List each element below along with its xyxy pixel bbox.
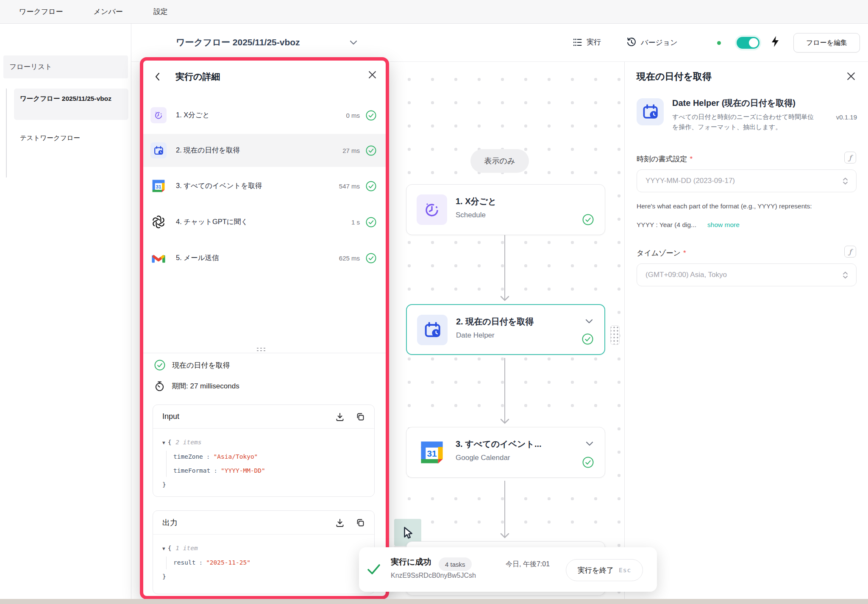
nav-workflows[interactable]: ワークフロー bbox=[19, 7, 63, 17]
exec-step-row-selected[interactable]: 2. 現在の日付を取得 27 ms bbox=[143, 134, 386, 167]
duration-text: 期間: 27 milliseconds bbox=[172, 381, 239, 391]
sidebar-item-workflow-active[interactable]: ワークフロー 2025/11/25-vboz bbox=[14, 89, 128, 120]
step-label: 4. チャットGPTに聞く bbox=[176, 217, 351, 227]
success-check-icon bbox=[366, 145, 376, 156]
lightning-icon[interactable] bbox=[771, 36, 780, 47]
title-chevron-down-icon[interactable] bbox=[350, 40, 357, 46]
show-more-link[interactable]: show more bbox=[707, 221, 740, 228]
download-icon[interactable] bbox=[335, 518, 345, 527]
result-title-row: 現在の日付を取得 bbox=[154, 360, 230, 371]
timezone-select-value: (GMT+09:00) Asia, Tokyo bbox=[645, 271, 842, 279]
schedule-clock-icon bbox=[150, 107, 167, 123]
output-json-view[interactable]: ▼{1 item result:"2025-11-25" } bbox=[153, 535, 374, 588]
end-run-button[interactable]: 実行を終了 Esc bbox=[566, 559, 643, 581]
json-row: timeZone:"Asia/Tokyo" bbox=[162, 450, 365, 464]
view-only-badge: 表示のみ bbox=[470, 149, 529, 173]
exec-step-row[interactable]: 3. すべてのイベントを取得 547 ms bbox=[143, 172, 386, 200]
version-history-icon bbox=[626, 37, 637, 47]
step-label: 2. 現在の日付を取得 bbox=[176, 146, 342, 155]
item-count: 2 items bbox=[175, 439, 201, 446]
inspector-title: 現在の日付を取得 bbox=[637, 70, 712, 83]
success-check-icon bbox=[582, 333, 593, 345]
format-select[interactable]: YYYY-MM-DD (2023-09-17) bbox=[637, 169, 857, 192]
block-title: Date Helper (現在の日付を取得) bbox=[672, 97, 796, 109]
section-drag-handle[interactable] bbox=[256, 347, 266, 352]
big-check-icon bbox=[367, 562, 381, 576]
node-schedule[interactable]: 1. X分ごと Schedule bbox=[406, 184, 605, 235]
format-field-label: 時刻の書式設定* bbox=[637, 154, 693, 164]
app-root: ワークフロー メンバー 設定 一覧に戻る ‹ フローリスト ワークフロー 202… bbox=[0, 0, 868, 604]
success-check-icon bbox=[582, 457, 594, 468]
block-version: v0.1.19 bbox=[836, 114, 857, 121]
node-google-calendar[interactable]: 3. すべてのイベント... Google Calendar bbox=[406, 427, 605, 478]
chevron-down-icon[interactable] bbox=[585, 319, 593, 324]
openai-icon bbox=[150, 214, 167, 230]
step-duration: 547 ms bbox=[339, 183, 360, 190]
collapse-caret-icon[interactable]: ▼ bbox=[162, 440, 165, 446]
formula-fx-button[interactable]: ƒ bbox=[844, 246, 856, 258]
format-help-text: Here's what each part of the format (e.g… bbox=[637, 202, 812, 210]
exec-step-row[interactable]: 1. X分ごと 0 ms bbox=[143, 101, 386, 129]
collapse-caret-icon[interactable]: ▼ bbox=[162, 546, 165, 551]
node-title: 1. X分ごと bbox=[456, 196, 497, 207]
format-select-value: YYYY-MM-DD (2023-09-17) bbox=[645, 177, 842, 185]
exec-panel-title: 実行の詳細 bbox=[175, 71, 220, 83]
versions-button[interactable]: バージョン bbox=[626, 37, 678, 47]
edit-flow-button[interactable]: フローを編集 bbox=[793, 33, 860, 53]
status-dot bbox=[717, 41, 721, 45]
end-run-label: 実行を終了 bbox=[578, 565, 614, 575]
node-date-helper[interactable]: 2. 現在の日付を取得 Date Helper bbox=[406, 304, 605, 355]
success-check-icon bbox=[366, 253, 376, 263]
success-check-icon bbox=[366, 110, 376, 121]
result-title: 現在の日付を取得 bbox=[172, 360, 230, 370]
success-check-icon bbox=[366, 217, 376, 227]
run-list-icon bbox=[573, 38, 582, 47]
node-subtitle: Date Helper bbox=[456, 331, 495, 340]
item-count: 1 item bbox=[175, 545, 198, 551]
run-label: 実行 bbox=[587, 37, 601, 47]
run-id: KnzE9SsRDcB0nyBw5JCsh bbox=[391, 572, 476, 579]
block-description: すべての日付と時刻のニーズに合わせて時間単位を操作、フォーマット、抽出します。 bbox=[672, 112, 815, 132]
copy-icon[interactable] bbox=[356, 412, 365, 421]
flow-list-header: フローリスト bbox=[3, 55, 128, 78]
window-bottom-edge bbox=[0, 599, 868, 604]
run-list-button[interactable]: 実行 bbox=[573, 37, 601, 47]
input-card: Input ▼{2 items timeZone:"Asia/Tokyo" ti… bbox=[153, 405, 375, 497]
download-icon[interactable] bbox=[335, 412, 345, 421]
cursor-arrow-icon bbox=[401, 526, 414, 539]
chevron-down-icon[interactable] bbox=[585, 441, 594, 447]
publish-toggle[interactable] bbox=[737, 37, 760, 49]
exec-step-row[interactable]: 4. チャットGPTに聞く 1 s bbox=[143, 208, 386, 236]
exec-step-row[interactable]: 5. メール送信 625 ms bbox=[143, 244, 386, 272]
node-inspector-panel: 現在の日付を取得 Date Helper (現在の日付を取得) すべての日付と時… bbox=[624, 62, 868, 599]
run-success-toast: 実行に成功 4 tasks KnzE9SsRDcB0nyBw5JCsh 今日, … bbox=[359, 547, 657, 592]
toggle-knob bbox=[749, 38, 758, 47]
step-duration: 0 ms bbox=[346, 112, 360, 119]
workflow-header: ワークフロー 2025/11/25-vboz 実行 バージョン フローを編集 bbox=[131, 24, 868, 62]
back-chevron-icon[interactable] bbox=[154, 72, 161, 81]
gmail-icon bbox=[150, 250, 167, 266]
arrowhead-icon bbox=[500, 533, 510, 539]
date-helper-icon bbox=[150, 142, 167, 158]
close-icon[interactable] bbox=[847, 72, 855, 80]
copy-icon[interactable] bbox=[356, 518, 365, 527]
nav-settings[interactable]: 設定 bbox=[153, 7, 168, 17]
formula-fx-button[interactable]: ƒ bbox=[844, 152, 856, 163]
sidebar-item-test-workflow[interactable]: テストワークフロー bbox=[20, 134, 80, 143]
section-divider bbox=[143, 353, 386, 353]
close-icon[interactable] bbox=[368, 71, 376, 79]
arrowhead-icon bbox=[500, 296, 510, 302]
updown-chevrons-icon bbox=[842, 177, 849, 185]
output-card: 出力 ▼{1 item result:"2025-11-25" } bbox=[153, 510, 375, 594]
input-json-view[interactable]: ▼{2 items timeZone:"Asia/Tokyo" timeForm… bbox=[153, 429, 374, 496]
panel-resize-handle[interactable] bbox=[610, 325, 620, 345]
nav-members[interactable]: メンバー bbox=[94, 7, 123, 17]
sidebar: 一覧に戻る ‹ フローリスト ワークフロー 2025/11/25-vboz テス… bbox=[0, 24, 131, 599]
timezone-field-label: タイムゾーン* bbox=[637, 248, 686, 258]
connector-1-2 bbox=[504, 235, 505, 301]
node-title: 3. すべてのイベント... bbox=[456, 438, 542, 450]
step-label: 5. メール送信 bbox=[176, 253, 339, 263]
success-check-icon bbox=[154, 360, 165, 371]
node-subtitle: Google Calendar bbox=[456, 454, 510, 462]
timezone-select[interactable]: (GMT+09:00) Asia, Tokyo bbox=[637, 263, 857, 286]
